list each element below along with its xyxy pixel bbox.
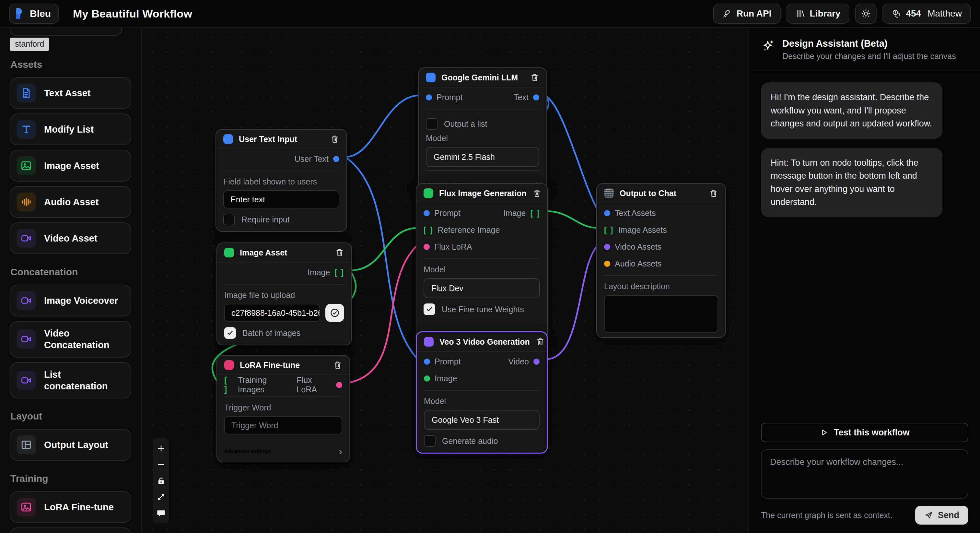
fit-view-button[interactable] (153, 489, 169, 505)
confirm-upload-button[interactable] (325, 304, 344, 322)
port-dot[interactable] (333, 156, 339, 162)
checkbox-label: Use Fine-tune Weights (442, 305, 524, 314)
node-header[interactable]: Flux Image Generation (417, 184, 547, 203)
field-label: Model (417, 394, 547, 410)
sidebar-item-video-asset[interactable]: Video Asset (10, 222, 131, 254)
field-label: Trigger Word (217, 401, 349, 416)
node-header[interactable]: LoRA Fine-tune (217, 356, 349, 375)
run-api-button[interactable]: Run API (713, 3, 781, 24)
port-dot[interactable] (604, 210, 610, 216)
sidebar-scroll-area[interactable]: AssetsText AssetModify ListImage AssetAu… (0, 47, 141, 533)
text-input[interactable]: c27f8988-16a0-45b1-b269-35 (224, 304, 320, 322)
node-image-asset[interactable]: Image Asset Image[ ]Image file to upload… (216, 243, 352, 345)
model-select[interactable]: Flux Dev (423, 278, 540, 298)
zoom-out-button[interactable] (153, 456, 169, 473)
advanced-settings-label: Advanced settings (224, 448, 270, 454)
library-label: Library (810, 8, 841, 19)
model-select[interactable]: Gemini 2.5 Flash (426, 147, 539, 167)
node-header[interactable]: Image Asset (217, 243, 351, 263)
sidebar-search-input[interactable] (10, 28, 122, 36)
user-name: Matthew (928, 8, 962, 19)
port-label: Image (503, 209, 526, 218)
port-bracket[interactable]: [ ] (530, 209, 540, 218)
port-bracket[interactable]: [ ] (224, 375, 233, 394)
credits-user-button[interactable]: 454 Matthew (883, 3, 971, 24)
port-bracket[interactable]: [ ] (604, 225, 614, 235)
checkbox[interactable] (424, 435, 436, 447)
trash-icon[interactable] (533, 189, 541, 198)
port-dot[interactable] (423, 210, 430, 216)
sparkle-icon (761, 39, 776, 54)
port-dot[interactable] (533, 94, 539, 101)
checkbox-row[interactable]: Output a list (419, 113, 546, 131)
sidebar-item-image-asset[interactable]: Image Asset (10, 150, 131, 182)
node-header[interactable]: Google Gemini LLM (419, 68, 546, 88)
node-header[interactable]: User Text Input (216, 130, 347, 149)
checkbox-row[interactable]: Generate audio (417, 430, 547, 448)
sidebar-item-lora-fine-tune[interactable]: LoRA Fine-tune (10, 491, 131, 523)
assistant-footer: The current graph is sent as context. Se… (761, 506, 968, 525)
logo-button[interactable]: Bleu (9, 3, 59, 24)
layout-description-textarea[interactable] (604, 295, 718, 333)
node-google-gemini-llm[interactable]: Google Gemini LLM PromptText Output a li… (418, 67, 547, 195)
trash-icon[interactable] (536, 337, 545, 346)
checkbox-row[interactable]: Require input (216, 209, 347, 227)
port-bracket[interactable]: [ ] (334, 268, 344, 277)
port-dot[interactable] (424, 359, 430, 365)
sidebar-item-label: LoRA Fine-tune (44, 501, 114, 513)
trash-icon[interactable] (335, 248, 344, 257)
port-dot[interactable] (604, 244, 610, 250)
sidebar-item-list-concatenation[interactable]: List concatenation (10, 362, 131, 399)
checkbox-label: Batch of images (242, 329, 301, 338)
sidebar-item-modify-list[interactable]: Modify List (10, 113, 131, 145)
checkbox[interactable] (224, 327, 236, 339)
checkbox[interactable] (426, 118, 438, 130)
sidebar-item-save-fine-tune[interactable]: Save Fine-tune (10, 528, 131, 533)
node-title: Veo 3 Video Generation (439, 337, 530, 346)
node-header[interactable]: Veo 3 Video Generation (417, 332, 547, 352)
port-dot[interactable] (604, 261, 610, 267)
sidebar-item-video-concatenation[interactable]: Video Concatenation (10, 321, 131, 357)
trash-icon[interactable] (333, 361, 342, 370)
sidebar-item-audio-asset[interactable]: Audio Asset (10, 186, 131, 218)
port-bracket[interactable]: [ ] (423, 225, 433, 235)
checkbox-row[interactable]: Use Fine-tune Weights (417, 298, 547, 316)
assistant-chat-input[interactable]: Describe your workflow changes... (761, 449, 968, 499)
text-input[interactable]: Enter text (223, 190, 339, 209)
trash-icon[interactable] (709, 189, 718, 198)
node-user-text-input[interactable]: User Text Input User TextField label sho… (215, 129, 347, 232)
sidebar-item-text-asset[interactable]: Text Asset (10, 77, 131, 109)
node-output-to-chat[interactable]: Output to Chat Text Assets[ ]Image Asset… (596, 183, 726, 338)
unlock-button[interactable] (153, 473, 169, 489)
node-veo-3-video-generation[interactable]: Veo 3 Video Generation PromptVideoImageM… (416, 331, 548, 453)
comments-button[interactable] (153, 505, 169, 521)
sidebar-item-output-layout[interactable]: Output Layout (10, 429, 131, 461)
text-input[interactable]: Trigger Word (224, 416, 342, 434)
port-dot[interactable] (336, 382, 342, 388)
node-lora-fine-tune[interactable]: LoRA Fine-tune [ ]Training ImagesFlux Lo… (216, 355, 350, 462)
checkbox[interactable] (223, 214, 235, 225)
port-label: Image (307, 268, 330, 277)
library-button[interactable]: Library (786, 3, 850, 24)
port-dot[interactable] (423, 244, 430, 250)
theme-toggle-button[interactable] (855, 3, 877, 24)
node-header[interactable]: Output to Chat (597, 184, 725, 203)
sidebar-item-image-voiceover[interactable]: Image Voiceover (10, 285, 131, 316)
trash-icon[interactable] (530, 73, 539, 82)
node-flux-image-generation[interactable]: Flux Image Generation PromptImage[ ][ ]R… (416, 183, 548, 344)
port-row: User Text (216, 150, 347, 167)
zoom-in-button[interactable] (153, 440, 169, 456)
checkbox-row[interactable]: Batch of images (217, 322, 351, 340)
port-dot[interactable] (424, 375, 430, 381)
advanced-settings-toggle[interactable]: Advanced settings › (217, 442, 349, 457)
send-button[interactable]: Send (915, 506, 968, 525)
field-label: Model (419, 131, 546, 147)
node-title: Google Gemini LLM (441, 73, 518, 82)
trash-icon[interactable] (330, 134, 339, 144)
model-select[interactable]: Google Veo 3 Fast (424, 410, 539, 430)
test-workflow-button[interactable]: Test this workflow (761, 423, 968, 442)
checkbox[interactable] (423, 303, 435, 315)
port-label: Video Assets (615, 242, 662, 252)
port-dot[interactable] (533, 359, 539, 365)
port-dot[interactable] (426, 94, 432, 101)
